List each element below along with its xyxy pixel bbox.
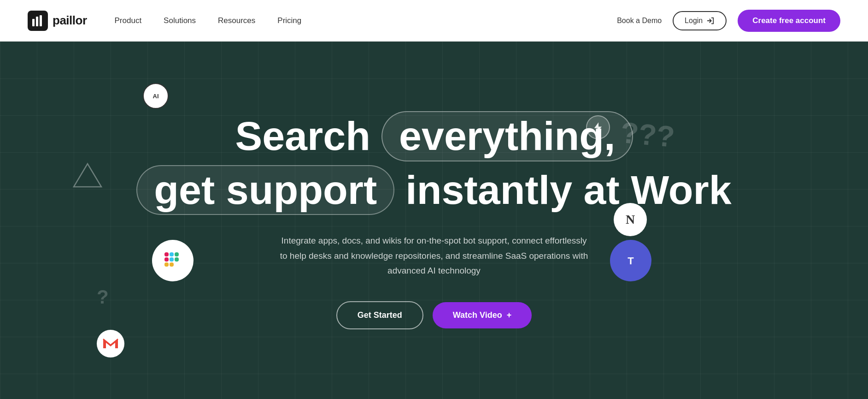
svg-rect-0 — [32, 19, 35, 26]
nav-item-solutions[interactable]: Solutions — [164, 16, 196, 25]
nav-item-pricing[interactable]: Pricing — [277, 16, 301, 25]
hero-search-text: Search — [235, 114, 370, 159]
svg-rect-6 — [170, 252, 174, 256]
nav-links: Product Solutions Resources Pricing — [115, 16, 617, 25]
watch-video-button[interactable]: Watch Video + — [433, 302, 532, 328]
watch-video-plus-icon: + — [507, 310, 512, 320]
hero-section: ? ??? AI N T — [0, 42, 868, 399]
login-button[interactable]: Login — [673, 11, 727, 30]
hero-line-2: get support instantly at Work — [136, 165, 731, 215]
svg-rect-8 — [175, 252, 179, 256]
logo-text: paillor — [53, 13, 87, 28]
bolt-icon — [586, 115, 610, 139]
teams-icon: T — [610, 240, 651, 281]
ai-badge-icon: AI — [143, 83, 169, 109]
navbar: paillor Product Solutions Resources Pric… — [0, 0, 868, 42]
svg-rect-1 — [36, 17, 38, 26]
nav-right: Book a Demo Login Create free account — [617, 10, 840, 32]
svg-rect-4 — [164, 252, 169, 256]
svg-rect-5 — [164, 257, 169, 262]
svg-rect-11 — [170, 262, 174, 267]
nav-item-product[interactable]: Product — [115, 16, 142, 25]
hero-line-1: Search everything, — [136, 111, 731, 161]
logo-icon — [28, 11, 48, 31]
triangle-decoration — [71, 161, 104, 189]
gmail-icon — [97, 330, 124, 357]
hero-subtext: Integrate apps, docs, and wikis for on-t… — [277, 233, 591, 278]
svg-rect-7 — [170, 257, 174, 262]
book-demo-link[interactable]: Book a Demo — [617, 17, 662, 25]
svg-text:T: T — [628, 255, 634, 267]
create-account-button[interactable]: Create free account — [738, 10, 840, 32]
notion-icon: N — [614, 203, 647, 236]
svg-rect-2 — [40, 15, 42, 26]
nav-item-resources[interactable]: Resources — [218, 16, 255, 25]
hero-get-support-text: get support — [136, 165, 394, 215]
slack-icon — [152, 240, 194, 281]
svg-rect-10 — [164, 262, 169, 267]
hero-instantly-text: instantly at Work — [405, 168, 731, 213]
question-mark-decoration-1: ? — [97, 286, 109, 308]
logo[interactable]: paillor — [28, 11, 87, 31]
svg-rect-9 — [175, 257, 179, 262]
get-started-button[interactable]: Get Started — [336, 301, 423, 329]
svg-marker-3 — [74, 164, 101, 187]
hero-buttons: Get Started Watch Video + — [136, 301, 731, 329]
login-arrow-icon — [706, 17, 715, 25]
